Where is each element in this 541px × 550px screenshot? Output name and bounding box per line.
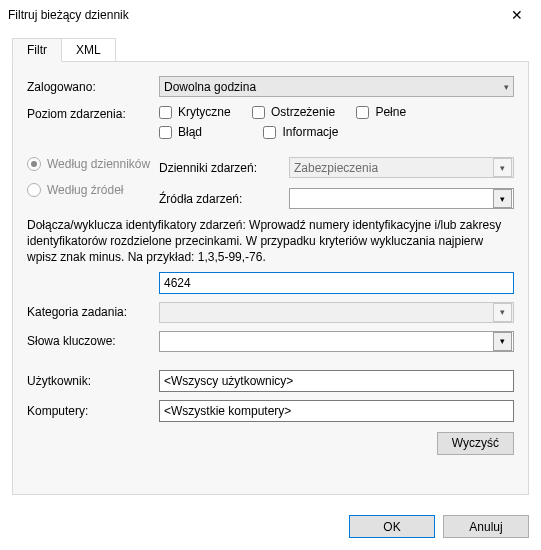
checkbox-warning-input[interactable] xyxy=(252,106,265,119)
checkbox-verbose[interactable]: Pełne xyxy=(356,105,406,119)
radio-by-sources-label: Według źródeł xyxy=(47,183,124,197)
tab-filter-label: Filtr xyxy=(27,43,47,57)
combo-keywords[interactable]: ▾ xyxy=(159,331,514,352)
cancel-button-label: Anuluj xyxy=(469,520,502,534)
cancel-button[interactable]: Anuluj xyxy=(443,515,529,538)
label-task-category: Kategoria zadania: xyxy=(27,305,159,319)
checkbox-warning-label: Ostrzeżenie xyxy=(271,105,335,119)
chevron-down-icon: ▾ xyxy=(493,189,512,208)
radio-by-logs: Według dzienników xyxy=(27,157,159,171)
combo-event-logs-value: Zabezpieczenia xyxy=(294,161,378,175)
label-user: Użytkownik: xyxy=(27,374,159,388)
label-logged: Zalogowano: xyxy=(27,80,159,94)
tabstrip: Filtr XML xyxy=(12,38,529,61)
combo-event-sources[interactable]: ▾ xyxy=(289,188,514,209)
tab-xml[interactable]: XML xyxy=(61,38,116,61)
checkbox-error-label: Błąd xyxy=(178,125,202,139)
dialog-body: Filtr XML Zalogowano: Dowolna godzina ▾ … xyxy=(0,30,541,503)
close-icon[interactable]: ✕ xyxy=(497,7,537,23)
radio-by-logs-circle xyxy=(27,157,41,171)
label-event-logs: Dzienniki zdarzeń: xyxy=(159,161,289,175)
titlebar: Filtruj bieżący dziennik ✕ xyxy=(0,0,541,30)
clear-button[interactable]: Wyczyść xyxy=(437,432,514,455)
input-user[interactable] xyxy=(159,370,514,392)
chevron-down-icon: ▾ xyxy=(504,82,509,92)
dialog-footer: OK Anuluj xyxy=(0,503,541,550)
checkbox-error-input[interactable] xyxy=(159,126,172,139)
dialog-window: Filtruj bieżący dziennik ✕ Filtr XML Zal… xyxy=(0,0,541,550)
combo-logged-time[interactable]: Dowolna godzina ▾ xyxy=(159,76,514,97)
radio-by-sources: Według źródeł xyxy=(27,183,159,197)
chevron-down-icon: ▾ xyxy=(493,158,512,177)
clear-button-label: Wyczyść xyxy=(452,436,499,450)
window-title: Filtruj bieżący dziennik xyxy=(8,8,497,22)
radio-by-sources-circle xyxy=(27,183,41,197)
combo-task-category: ▾ xyxy=(159,302,514,323)
chevron-down-icon: ▾ xyxy=(493,303,512,322)
label-computers: Komputery: xyxy=(27,404,159,418)
checkbox-verbose-input[interactable] xyxy=(356,106,369,119)
checkbox-information-input[interactable] xyxy=(263,126,276,139)
tab-panel-filter: Zalogowano: Dowolna godzina ▾ Poziom zda… xyxy=(12,61,529,495)
combo-event-logs: Zabezpieczenia ▾ xyxy=(289,157,514,178)
checkbox-verbose-label: Pełne xyxy=(375,105,406,119)
ok-button[interactable]: OK xyxy=(349,515,435,538)
label-keywords: Słowa kluczowe: xyxy=(27,334,159,348)
checkbox-error[interactable]: Błąd xyxy=(159,125,202,139)
tab-xml-label: XML xyxy=(76,43,101,57)
checkbox-information[interactable]: Informacje xyxy=(263,125,338,139)
label-event-level: Poziom zdarzenia: xyxy=(27,105,159,121)
checkbox-critical-input[interactable] xyxy=(159,106,172,119)
input-computers[interactable] xyxy=(159,400,514,422)
description-text: Dołącza/wyklucza identyfikatory zdarzeń:… xyxy=(27,217,514,266)
ok-button-label: OK xyxy=(383,520,400,534)
label-event-sources: Źródła zdarzeń: xyxy=(159,192,289,206)
checkbox-warning[interactable]: Ostrzeżenie xyxy=(252,105,335,119)
combo-logged-time-value: Dowolna godzina xyxy=(164,80,256,94)
input-event-ids[interactable] xyxy=(159,272,514,294)
checkbox-critical[interactable]: Krytyczne xyxy=(159,105,231,119)
tab-filter[interactable]: Filtr xyxy=(12,38,62,62)
checkbox-critical-label: Krytyczne xyxy=(178,105,231,119)
radio-by-logs-label: Według dzienników xyxy=(47,157,150,171)
checkbox-information-label: Informacje xyxy=(282,125,338,139)
chevron-down-icon: ▾ xyxy=(493,332,512,351)
